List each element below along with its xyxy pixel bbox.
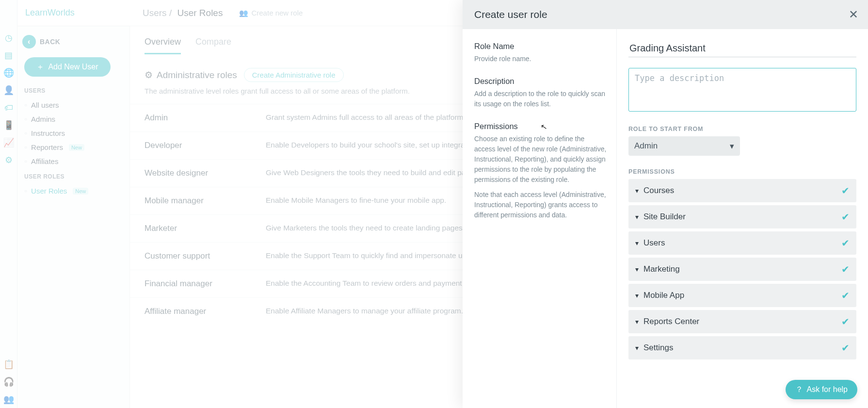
new-badge: New	[69, 144, 84, 151]
icon-rail: ◷ ▤ 🌐 👤 🏷 📱 📈 ⚙ 📋 🎧 👥	[0, 0, 17, 408]
back-arrow-icon: ‹	[22, 35, 36, 49]
chevron-down-icon: ▾	[635, 239, 639, 247]
rail-account-icon[interactable]: 👥	[0, 391, 17, 408]
permission-row-marketing[interactable]: ▾Marketing✔	[628, 258, 856, 281]
rail-support-icon[interactable]: 🎧	[0, 374, 17, 390]
nav-item-label: Affiliates	[31, 157, 58, 165]
check-icon[interactable]: ✔	[841, 316, 850, 327]
rail-reports-icon[interactable]: 📈	[0, 134, 17, 151]
role-name-help: Provide role name.	[474, 54, 607, 64]
chevron-down-icon: ▾	[635, 265, 639, 273]
description-help: Add a description to the role to quickly…	[474, 89, 607, 109]
permission-name: Mobile App	[643, 291, 684, 300]
nav-item-label: Instructors	[31, 129, 65, 137]
permission-row-users[interactable]: ▾Users✔	[628, 231, 856, 255]
description-textarea[interactable]	[628, 68, 856, 112]
nav-item-admins[interactable]: ○Admins	[24, 112, 123, 126]
chevron-down-icon: ▾	[635, 187, 639, 195]
tab-overview[interactable]: Overview	[145, 37, 181, 54]
nav-section-label: USER ROLES	[24, 173, 123, 180]
nav-item-label: All users	[31, 101, 59, 109]
permissions-help1: Choose an existing role to define the ac…	[474, 134, 607, 185]
breadcrumb-current: User Roles	[177, 8, 223, 18]
permissions-help2: Note that each access level (Administrat…	[474, 190, 607, 220]
nav-item-instructors[interactable]: ○Instructors	[24, 126, 123, 140]
chevron-down-icon: ▾	[635, 213, 639, 221]
nav-item-all-users[interactable]: ○All users	[24, 98, 123, 112]
nav-item-affiliates[interactable]: ○Affiliates	[24, 154, 123, 168]
panel-title: Create user role	[474, 9, 547, 20]
new-badge: New	[73, 188, 88, 195]
role-start-from-label: ROLE TO START FROM	[628, 126, 856, 132]
role-start-from-select[interactable]: Admin ▾	[628, 136, 740, 156]
bullet-icon: ○	[24, 188, 27, 194]
create-new-role-link[interactable]: 👥 Create new role	[239, 9, 303, 17]
permissions-section-label: PERMISSIONS	[628, 168, 856, 175]
panel-header: Create user role ✕	[463, 0, 868, 29]
breadcrumb-root[interactable]: Users	[143, 8, 167, 18]
role-name: Financial manager	[145, 279, 266, 289]
permission-row-settings[interactable]: ▾Settings✔	[628, 336, 856, 359]
rail-marketing-icon[interactable]: 🏷	[0, 99, 17, 116]
panel-left: Role Name Provide role name. Description…	[463, 29, 617, 408]
add-new-user-label: Add New User	[48, 63, 98, 71]
ask-for-help-label: Ask for help	[807, 385, 848, 394]
rail-notes-icon[interactable]: 📋	[0, 356, 17, 373]
nav-item-label: User Roles	[31, 187, 67, 195]
bullet-icon: ○	[24, 131, 27, 136]
back-button[interactable]: ‹ BACK	[22, 35, 123, 49]
role-name: Admin	[145, 113, 266, 123]
check-icon[interactable]: ✔	[841, 211, 850, 223]
chevron-down-icon: ▾	[635, 344, 639, 352]
create-role-panel: Create user role ✕ Role Name Provide rol…	[463, 0, 868, 408]
permission-name: Marketing	[643, 264, 680, 274]
permission-name: Site Builder	[643, 212, 686, 222]
add-new-user-button[interactable]: ＋ Add New User	[24, 57, 111, 77]
brand-name: LearnWorlds	[25, 8, 75, 18]
create-new-role-label: Create new role	[251, 9, 303, 17]
description-label: Description	[474, 77, 607, 86]
check-icon[interactable]: ✔	[841, 342, 850, 354]
permission-name: Reports Center	[643, 317, 699, 326]
admin-roles-title: ⚙ Administrative roles	[145, 69, 237, 81]
bullet-icon: ○	[24, 116, 27, 122]
check-icon[interactable]: ✔	[841, 237, 850, 249]
check-icon[interactable]: ✔	[841, 290, 850, 301]
role-name: Marketer	[145, 224, 266, 233]
role-start-from-value: Admin	[634, 141, 658, 151]
nav-item-reporters[interactable]: ○ReportersNew	[24, 140, 123, 154]
role-name-input[interactable]	[628, 40, 856, 57]
rail-mobile-icon[interactable]: 📱	[0, 117, 17, 133]
permission-row-courses[interactable]: ▾Courses✔	[628, 179, 856, 202]
nav-item-user-roles[interactable]: ○User RolesNew	[24, 184, 123, 198]
left-nav: ‹ BACK ＋ Add New User USERS○All users○Ad…	[17, 26, 130, 408]
chevron-down-icon: ▾	[635, 318, 639, 326]
tab-compare[interactable]: Compare	[195, 37, 231, 54]
create-admin-role-chip[interactable]: Create Administrative role	[244, 68, 344, 82]
role-name-label: Role Name	[474, 42, 607, 51]
chevron-down-icon: ▾	[730, 141, 734, 151]
panel-right: ROLE TO START FROM Admin ▾ PERMISSIONS ▾…	[617, 29, 868, 408]
check-icon[interactable]: ✔	[841, 185, 850, 196]
permission-name: Settings	[643, 343, 673, 353]
close-icon[interactable]: ✕	[849, 9, 858, 20]
rail-courses-icon[interactable]: ▤	[0, 47, 17, 64]
help-icon: ？	[795, 385, 803, 395]
role-name: Website designer	[145, 168, 266, 178]
permission-name: Courses	[643, 186, 674, 196]
chevron-down-icon: ▾	[635, 292, 639, 299]
bullet-icon: ○	[24, 102, 27, 108]
back-label: BACK	[40, 38, 60, 46]
rail-settings-icon[interactable]: ⚙	[0, 152, 17, 168]
check-icon[interactable]: ✔	[841, 263, 850, 275]
rail-users-icon[interactable]: 👤	[0, 82, 17, 98]
role-name: Mobile manager	[145, 196, 266, 206]
ask-for-help-button[interactable]: ？ Ask for help	[786, 380, 857, 399]
rail-site-icon[interactable]: 🌐	[0, 65, 17, 81]
role-name: Customer support	[145, 251, 266, 261]
permission-row-site-builder[interactable]: ▾Site Builder✔	[628, 205, 856, 228]
rail-dashboard-icon[interactable]: ◷	[0, 30, 17, 46]
permission-row-mobile-app[interactable]: ▾Mobile App✔	[628, 284, 856, 307]
user-role-icon: 👥	[239, 9, 248, 17]
permission-row-reports-center[interactable]: ▾Reports Center✔	[628, 310, 856, 333]
